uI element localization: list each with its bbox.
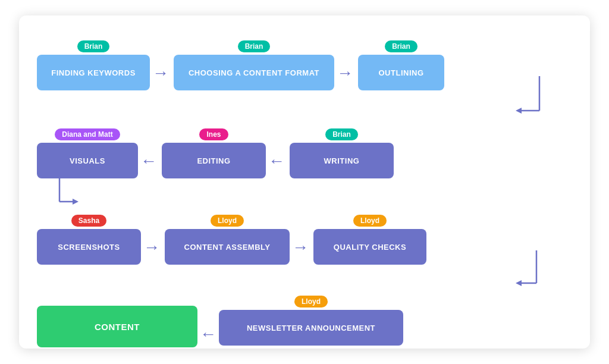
svg-marker-5: [73, 199, 79, 205]
node-wrap-format: Brian CHOOSING A CONTENT FORMAT: [174, 40, 334, 90]
badge-assembly: Lloyd: [211, 215, 244, 227]
node-screenshots: SCREENSHOTS: [37, 229, 141, 265]
badge-newsletter: Lloyd: [294, 296, 328, 307]
arrow-r4-1: ←: [200, 326, 216, 343]
node-wrap-writing: Brian WRITING: [290, 128, 394, 178]
badge-writing: Brian: [325, 128, 358, 140]
row-3: Sasha SCREENSHOTS → Lloyd CONTENT ASSEMB…: [37, 215, 572, 265]
node-wrap-assembly: Lloyd CONTENT ASSEMBLY: [165, 215, 290, 265]
node-outline: OUTLINING: [358, 55, 444, 90]
node-wrap-screenshots: Sasha SCREENSHOTS: [37, 215, 141, 265]
node-wrap-newsletter: Lloyd NEWSLETTER ANNOUNCEMENT: [219, 296, 403, 346]
badge-screenshots: Sasha: [71, 215, 106, 227]
row-2: Diana and Matt VISUALS ← Ines EDITING ← …: [37, 128, 572, 178]
badge-visuals: Diana and Matt: [55, 128, 120, 140]
row-1: Brian FINDING KEYWORDS → Brian CHOOSING …: [37, 40, 572, 90]
node-wrap-keywords: Brian FINDING KEYWORDS: [37, 40, 150, 90]
badge-format: Brian: [238, 40, 271, 52]
node-writing: WRITING: [290, 143, 394, 178]
node-wrap-visuals: Diana and Matt VISUALS: [37, 128, 138, 178]
badge-editing: Ines: [199, 128, 228, 140]
badge-keywords: Brian: [77, 40, 110, 52]
arrow-r3-2: →: [292, 239, 309, 256]
node-wrap-editing: Ines EDITING: [162, 128, 266, 178]
svg-marker-2: [516, 108, 522, 114]
arrow-r3-1: →: [143, 239, 160, 256]
badge-quality: Lloyd: [353, 215, 387, 227]
node-wrap-content: CONTENT: [37, 306, 197, 347]
node-newsletter: NEWSLETTER ANNOUNCEMENT: [219, 310, 403, 346]
node-keywords: FINDING KEYWORDS: [37, 55, 150, 90]
node-quality: QUALITY CHECKS: [313, 229, 426, 265]
node-assembly: CONTENT ASSEMBLY: [165, 229, 290, 265]
node-content: CONTENT: [37, 306, 197, 347]
badge-outline: Brian: [385, 40, 417, 52]
diagram-container: Brian FINDING KEYWORDS → Brian CHOOSING …: [19, 15, 590, 349]
svg-marker-8: [516, 280, 522, 286]
node-format: CHOOSING A CONTENT FORMAT: [174, 55, 334, 90]
arrow-r2-2: ←: [268, 153, 285, 170]
arrow-r2-1: ←: [140, 153, 157, 170]
row-4: CONTENT ← Lloyd NEWSLETTER ANNOUNCEMENT: [37, 294, 572, 347]
arrow-r1-2: →: [337, 65, 353, 81]
node-visuals: VISUALS: [37, 143, 138, 178]
node-wrap-outline: Brian OUTLINING: [358, 40, 444, 90]
node-wrap-quality: Lloyd QUALITY CHECKS: [313, 215, 426, 265]
node-editing: EDITING: [162, 143, 266, 178]
arrow-r1-1: →: [152, 65, 169, 81]
